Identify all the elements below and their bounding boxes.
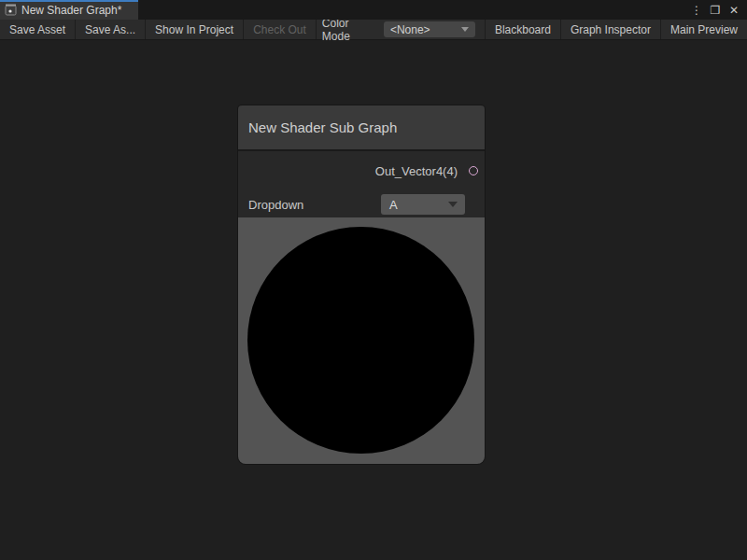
shader-graph-icon [5,4,17,16]
dropdown-label: Dropdown [248,198,303,212]
color-mode-group: Color Mode <None> [317,20,485,39]
dropdown-value-selector[interactable]: A [381,194,465,215]
blackboard-toggle-button[interactable]: Blackboard [485,20,560,39]
tab-new-shader-graph[interactable]: New Shader Graph* [0,0,138,20]
close-icon[interactable]: ✕ [726,3,741,18]
maximize-icon[interactable]: ❐ [708,3,723,18]
show-in-project-button[interactable]: Show In Project [146,20,244,39]
tab-label: New Shader Graph* [21,4,121,17]
save-as-button[interactable]: Save As... [76,20,146,39]
vector4-port-icon[interactable] [469,166,478,175]
chevron-down-icon [461,27,469,32]
node-title: New Shader Sub Graph [248,119,397,135]
active-tab-accent [0,0,138,2]
color-mode-value: <None> [390,23,430,36]
color-mode-label: Color Mode [322,17,376,43]
dropdown-selected-value: A [389,198,398,212]
subgraph-output-node[interactable]: New Shader Sub Graph Out_Vector4(4) Drop… [238,105,485,464]
chevron-down-icon [448,202,458,207]
window-controls: ⋮ ❐ ✕ [689,0,747,20]
window-titlebar: New Shader Graph* ⋮ ❐ ✕ [0,0,747,20]
shader-graph-toolbar: Save Asset Save As... Show In Project Ch… [0,20,747,40]
graph-inspector-toggle-button[interactable]: Graph Inspector [560,20,660,39]
dropdown-row: Dropdown A [238,191,485,217]
check-out-button: Check Out [244,20,317,39]
node-title-bar[interactable]: New Shader Sub Graph [238,105,485,149]
output-port-row: Out_Vector4(4) [238,151,485,191]
node-preview-area[interactable] [238,217,485,464]
kebab-menu-icon[interactable]: ⋮ [689,3,704,18]
color-mode-dropdown[interactable]: <None> [384,21,475,37]
output-port-label: Out_Vector4(4) [375,164,458,178]
shader-preview-sphere [247,227,474,454]
main-preview-toggle-button[interactable]: Main Preview [660,20,747,39]
save-asset-button[interactable]: Save Asset [0,20,76,39]
